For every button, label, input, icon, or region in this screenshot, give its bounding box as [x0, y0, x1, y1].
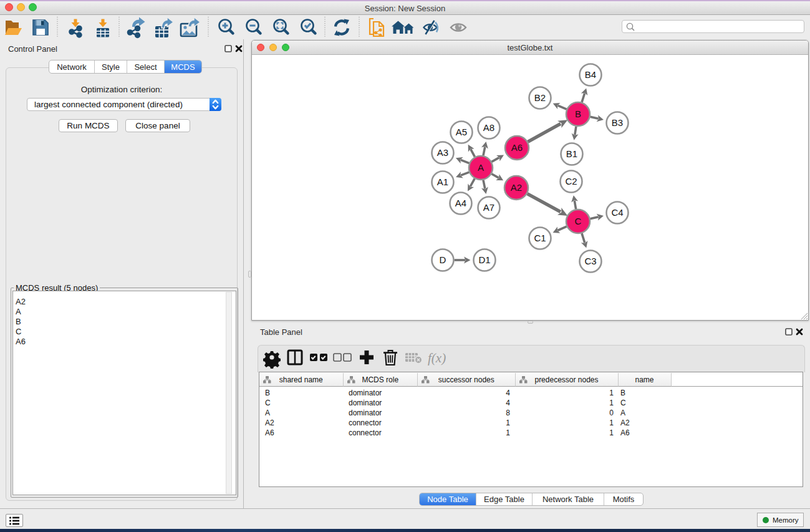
svg-text:B: B: [575, 109, 581, 119]
svg-text:C3: C3: [584, 256, 596, 266]
svg-text:A3: A3: [437, 147, 448, 158]
svg-text:A4: A4: [455, 198, 466, 208]
svg-text:A1: A1: [437, 177, 448, 187]
svg-text:B1: B1: [566, 148, 577, 159]
svg-text:B2: B2: [534, 92, 546, 103]
svg-text:A2: A2: [511, 182, 522, 193]
svg-text:B3: B3: [612, 117, 623, 128]
svg-text:C4: C4: [611, 207, 623, 218]
svg-text:A: A: [478, 162, 484, 173]
svg-text:C1: C1: [534, 233, 546, 243]
svg-text:A5: A5: [456, 127, 467, 137]
svg-text:D: D: [440, 254, 446, 265]
svg-text:A6: A6: [511, 142, 523, 153]
svg-text:B4: B4: [585, 69, 596, 80]
svg-text:A8: A8: [483, 122, 494, 133]
svg-text:A7: A7: [483, 202, 494, 213]
svg-text:f(x): f(x): [428, 351, 446, 365]
svg-text:C: C: [575, 216, 582, 226]
svg-text:D1: D1: [478, 254, 490, 265]
svg-text:C2: C2: [565, 176, 577, 186]
